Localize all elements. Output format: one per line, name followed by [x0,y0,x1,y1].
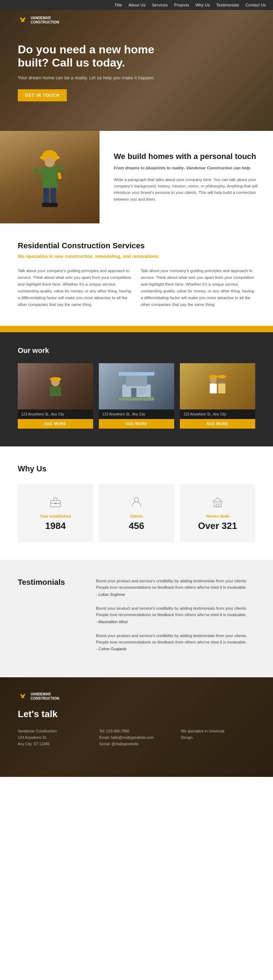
testimonial-item-2: Boost your product and service's credibi… [96,605,255,624]
nav-testimonials[interactable]: Testimonials [216,3,239,7]
svg-point-25 [209,375,217,379]
why-value-2: 456 [129,520,144,531]
footer-address-line2: 123 Anywhere St. [18,735,92,741]
work-card-2: 123 Anywhere St., Any City SEE MORE [99,363,174,429]
nav-title[interactable]: Title [114,3,122,7]
testimonial-text-2: Boost your product and service's credibi… [96,605,255,618]
svg-rect-12 [50,203,57,207]
svg-rect-26 [210,383,217,393]
work-image-3 [180,363,255,409]
testimonial-author-1: - Lukas Soginow [96,592,255,597]
testimonials-title: Testimonials [18,578,82,660]
hero-heading: Do you need a new home built? Call us to… [18,43,167,69]
person-icon [129,495,144,509]
see-more-button-3[interactable]: SEE MORE [180,419,255,429]
work-heading: Our work [18,347,255,355]
testimonial-text-1: Boost your product and service's credibi… [96,578,255,591]
hero-content: Do you need a new home built? Call us to… [18,43,167,101]
testimonial-author-2: - Maximillion West [96,620,255,624]
why-value-3: Over 321 [198,520,237,531]
footer-address-line1: Vandemar Construction [18,728,92,735]
footer-tel: Tel: 123-456-7890 [99,728,173,735]
why-value-1: 1984 [45,520,66,531]
svg-point-2 [22,19,24,21]
svg-rect-15 [50,386,61,396]
toolbox-icon [48,495,63,509]
about-tagline: From dreams to blueprints to reality- Va… [114,165,259,171]
svg-rect-10 [51,188,56,204]
nav-about[interactable]: About Us [129,3,146,7]
work-section: Our work 123 Anywhere St., Any City SEE … [0,332,273,446]
nav-services[interactable]: Services [152,3,168,7]
svg-rect-9 [43,188,49,204]
footer-columns: Vandemar Construction 123 Anywhere St. A… [18,728,255,747]
svg-rect-6 [42,167,57,189]
testimonials-section: Testimonials Boost your product and serv… [0,560,273,677]
footer-tagline-1: We specialize in Universal [181,728,255,735]
testimonial-item-3: Boost your product and service's credibi… [96,632,255,651]
about-image [0,131,100,223]
services-heading: Residential Construction Services [18,241,255,250]
hero-section: VANDEMAR CONSTRUCTION Do you need a new … [0,10,273,131]
svg-point-38 [22,696,24,698]
footer-email: Email: hello@reallygreatsite.com [99,735,173,741]
footer-social: Social: @reallygreatsite [99,741,173,747]
nav-contact[interactable]: Contact Us [246,3,266,7]
testimonial-item-1: Boost your product and service's credibi… [96,578,255,597]
nav-projects[interactable]: Projects [174,3,189,7]
about-image-inner [0,131,100,223]
why-card-3: Homes Built Over 321 [180,484,255,542]
work-card-1: 123 Anywhere St., Any City SEE MORE [18,363,93,429]
testimonials-list: Boost your product and service's credibi… [96,578,255,660]
see-more-button-2[interactable]: SEE MORE [99,419,174,429]
work-image-1 [18,363,93,409]
about-body: Write a paragraph that talks about your … [114,177,259,203]
svg-rect-18 [126,375,147,386]
hero-logo: VANDEMAR CONSTRUCTION [18,15,59,25]
gold-divider [0,326,273,332]
svg-rect-34 [214,502,221,507]
svg-rect-13 [57,172,62,179]
footer: VANDEMAR CONSTRUCTION Let's talk Vandema… [0,677,273,777]
why-card-1: Year established 1984 [18,484,93,542]
footer-address-line3: Any City, ST 12345 [18,741,92,747]
svg-rect-20 [138,388,145,395]
testimonial-author-3: - Celine Guajardo [96,647,255,651]
footer-col-address: Vandemar Construction 123 Anywhere St. A… [18,728,92,747]
house-icon [210,495,225,509]
work-label-3: 123 Anywhere St., Any City [180,409,255,418]
svg-point-5 [45,157,55,167]
testimonial-text-3: Boost your product and service's credibi… [96,632,255,646]
work-image-2 [99,363,174,409]
footer-content: VANDEMAR CONSTRUCTION Let's talk Vandema… [18,692,255,747]
footer-heading: Let's talk [18,709,255,720]
why-label-1: Year established [40,514,71,518]
svg-rect-29 [218,383,225,393]
svg-point-16 [50,377,61,381]
about-heading: We build homes with a personal touch [114,152,259,161]
svg-rect-22 [119,372,154,375]
why-card-2: Clients 456 [99,484,174,542]
why-label-2: Clients [130,514,143,518]
footer-logo-icon [18,692,28,702]
why-label-3: Homes Built [206,514,229,518]
about-text: We build homes with a personal touch Fro… [100,131,273,223]
services-columns: Talk about your company's guiding princi… [18,267,255,308]
about-section: We build homes with a personal touch Fro… [0,131,273,223]
footer-logo: VANDEMAR CONSTRUCTION [18,692,255,702]
footer-logo-text: VANDEMAR CONSTRUCTION [30,692,59,701]
logo-icon [18,15,28,25]
footer-col-tagline: We specialize in Universal Design. [181,728,255,747]
svg-point-33 [134,498,139,502]
hero-cta-button[interactable]: GET IN TOUCH [18,89,67,101]
services-col1: Talk about your company's guiding princi… [18,267,132,308]
see-more-button-1[interactable]: SEE MORE [18,419,93,429]
work-label-2: 123 Anywhere St., Any City [99,409,174,418]
navbar: Title About Us Services Projects Why Us … [0,0,273,10]
svg-rect-8 [57,165,65,171]
work-label-1: 123 Anywhere St., Any City [18,409,93,418]
footer-col-contact: Tel: 123-456-7890 Email: hello@reallygre… [99,728,173,747]
svg-rect-32 [54,503,57,504]
nav-whyus[interactable]: Why Us [195,3,210,7]
logo-text: VANDEMAR CONSTRUCTION [30,16,59,25]
